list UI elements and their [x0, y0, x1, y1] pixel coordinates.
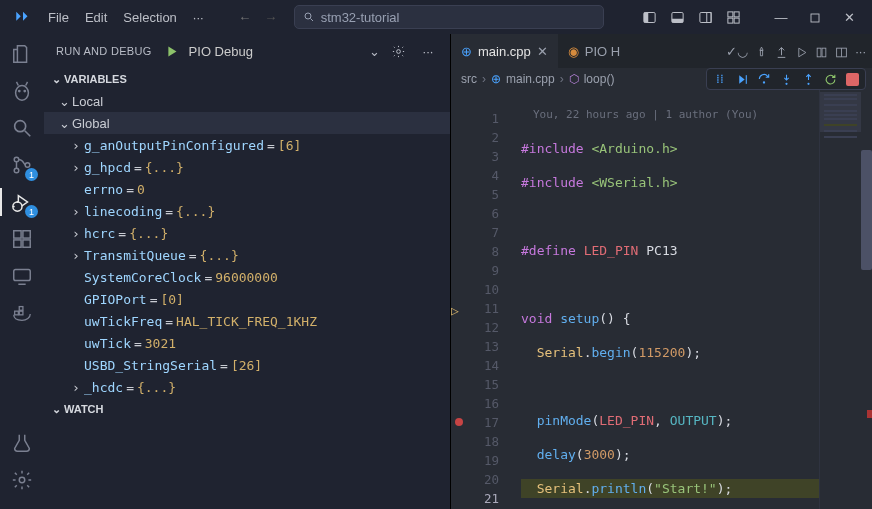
menu-selection[interactable]: Selection	[115, 6, 184, 29]
activity-docker-icon[interactable]	[8, 299, 36, 327]
more-actions-icon[interactable]: ···	[416, 44, 440, 59]
upload-icon[interactable]	[775, 43, 788, 58]
svg-rect-30	[14, 270, 31, 281]
build-icon[interactable]	[755, 43, 768, 58]
chevron-right-icon: ›	[68, 160, 84, 175]
cpp-icon: ⊕	[491, 72, 501, 86]
layout-customize-icon[interactable]	[726, 10, 754, 25]
window-close-icon[interactable]: ✕	[832, 10, 866, 25]
debug-stop-icon[interactable]	[843, 70, 861, 88]
variable-row[interactable]: uwTick = 3021	[44, 332, 450, 354]
checkmark-icon[interactable]: ✓◡	[726, 44, 748, 59]
activity-settings-icon[interactable]	[8, 466, 36, 494]
minimap[interactable]	[819, 90, 861, 509]
code-content[interactable]: You, 22 hours ago | 1 author (You) #incl…	[521, 90, 819, 509]
window-maximize-icon[interactable]	[798, 10, 832, 25]
svg-point-41	[763, 81, 765, 83]
activity-platformio-icon[interactable]	[8, 77, 36, 105]
activity-search-icon[interactable]	[8, 114, 36, 142]
breadcrumb-folder[interactable]: src	[461, 72, 477, 86]
variable-row[interactable]: USBD_StringSerial = [26]	[44, 354, 450, 376]
svg-rect-11	[734, 18, 739, 23]
variable-row[interactable]: ›g_anOutputPinConfigured = [6]	[44, 134, 450, 156]
breadcrumb-symbol[interactable]: loop()	[584, 72, 615, 86]
variable-row[interactable]: SystemCoreClock = 96000000	[44, 266, 450, 288]
more-icon[interactable]: ···	[855, 44, 866, 59]
layout-primary-side-icon[interactable]	[642, 10, 670, 25]
nav-back-icon[interactable]: ←	[232, 10, 258, 25]
scope-local[interactable]: ⌄ Local	[44, 90, 450, 112]
activity-remote-icon[interactable]	[8, 262, 36, 290]
activity-debug-icon[interactable]: 1	[8, 188, 36, 216]
menu-file[interactable]: File	[40, 6, 77, 29]
menu-edit[interactable]: Edit	[77, 6, 115, 29]
tab-pio-home[interactable]: ◉ PIO H	[558, 34, 630, 68]
debug-continue-icon[interactable]	[733, 70, 751, 88]
start-debug-button[interactable]	[164, 44, 179, 59]
breakpoint-icon[interactable]	[455, 418, 463, 426]
svg-point-18	[15, 121, 26, 132]
run-icon[interactable]	[795, 43, 808, 58]
activity-extensions-icon[interactable]	[8, 225, 36, 253]
editor-tabs: ⊕ main.cpp ✕ ◉ PIO H ✓◡ ···	[451, 34, 872, 68]
chevron-down-icon[interactable]: ⌄	[369, 44, 380, 59]
debug-toolbar: ⁞⁞	[706, 68, 866, 90]
variable-row[interactable]: ›g_hpcd = {...}	[44, 156, 450, 178]
window-minimize-icon[interactable]: —	[764, 10, 798, 25]
debug-settings-icon[interactable]	[386, 43, 410, 59]
debug-step-over-icon[interactable]	[755, 70, 773, 88]
variable-row[interactable]: GPIOPort = [0]	[44, 288, 450, 310]
variable-row[interactable]: ›linecoding = {...}	[44, 200, 450, 222]
svg-rect-31	[15, 311, 19, 315]
debug-badge: 1	[25, 205, 38, 218]
command-center[interactable]: stm32-tutorial	[294, 5, 604, 29]
debug-config-select[interactable]: PIO Debug	[185, 44, 363, 59]
activity-scm-icon[interactable]: 1	[8, 151, 36, 179]
variable-row[interactable]: errno = 0	[44, 178, 450, 200]
activity-explorer-icon[interactable]	[8, 40, 36, 68]
svg-point-42	[785, 82, 787, 84]
split-editor-icon[interactable]	[835, 43, 848, 58]
codelens[interactable]: You, 22 hours ago | 1 author (You)	[521, 105, 819, 124]
svg-rect-36	[817, 48, 821, 57]
app-logo[interactable]	[6, 4, 40, 30]
layout-secondary-side-icon[interactable]	[698, 10, 726, 25]
svg-line-19	[25, 131, 31, 137]
svg-rect-6	[700, 12, 711, 22]
debug-step-out-icon[interactable]	[799, 70, 817, 88]
layout-panel-icon[interactable]	[670, 10, 698, 25]
scm-badge: 1	[25, 168, 38, 181]
svg-point-14	[18, 90, 21, 93]
editor-scrollbar[interactable]	[861, 90, 872, 509]
chevron-down-icon: ⌄	[56, 94, 72, 109]
variable-row[interactable]: uwTickFreq = HAL_TICK_FREQ_1KHZ	[44, 310, 450, 332]
nav-forward-icon[interactable]: →	[258, 10, 284, 25]
svg-rect-33	[19, 307, 23, 311]
line-gutter: 1 2 3 4 5 6 7 8 9 10 ▷11 12 13 14 15 16 …	[451, 90, 521, 509]
menu-more[interactable]: ···	[185, 6, 212, 29]
scrollbar-thumb[interactable]	[861, 150, 872, 270]
activity-testing-icon[interactable]	[8, 429, 36, 457]
tab-main-cpp[interactable]: ⊕ main.cpp ✕	[451, 34, 558, 68]
svg-rect-40	[745, 75, 746, 84]
debug-grip-icon[interactable]: ⁞⁞	[711, 70, 729, 88]
chevron-right-icon: ›	[68, 226, 84, 241]
variable-row[interactable]: ›_hcdc = {...}	[44, 376, 450, 398]
variables-section-header[interactable]: ⌄ VARIABLES	[44, 68, 450, 90]
variable-row[interactable]: ›hcrc = {...}	[44, 222, 450, 244]
debug-step-into-icon[interactable]	[777, 70, 795, 88]
chevron-right-icon: ›	[68, 380, 84, 395]
code-editor[interactable]: 1 2 3 4 5 6 7 8 9 10 ▷11 12 13 14 15 16 …	[451, 90, 872, 509]
svg-line-16	[17, 82, 19, 86]
breadcrumb-file[interactable]: main.cpp	[506, 72, 555, 86]
scope-global[interactable]: ⌄ Global	[44, 112, 450, 134]
watch-section-header[interactable]: ⌄ WATCH	[44, 398, 450, 420]
platformio-icon: ◉	[568, 44, 579, 59]
debug-restart-icon[interactable]	[821, 70, 839, 88]
variable-row[interactable]: ›TransmitQueue = {...}	[44, 244, 450, 266]
chevron-down-icon: ⌄	[48, 403, 64, 416]
run-debug-header: RUN AND DEBUG PIO Debug ⌄ ···	[44, 34, 450, 68]
breadcrumb[interactable]: src › ⊕ main.cpp › ⬡ loop() ⁞⁞	[451, 68, 872, 90]
compare-icon[interactable]	[815, 43, 828, 58]
close-icon[interactable]: ✕	[537, 44, 548, 59]
